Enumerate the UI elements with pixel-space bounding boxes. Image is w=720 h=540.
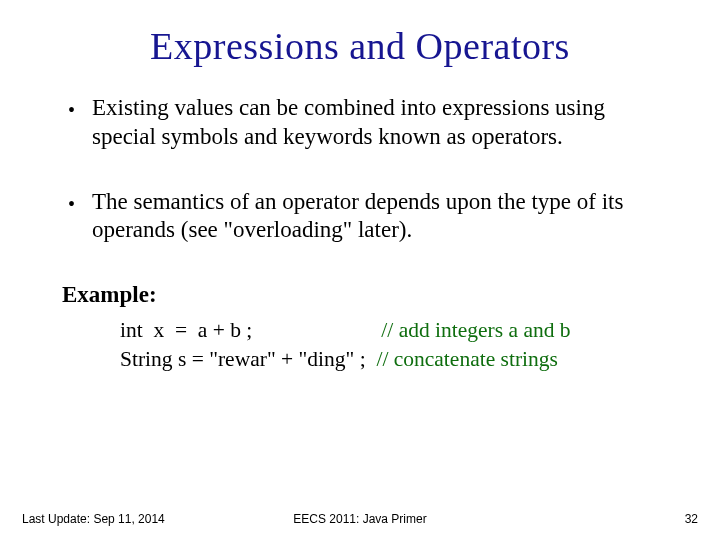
- bullet-text: The semantics of an operator depends upo…: [92, 188, 658, 246]
- code-line: int x = a + b ; // add integers a and b: [120, 316, 658, 345]
- code-line: String s = "rewar" + "ding" ; // concate…: [120, 345, 658, 374]
- footer-course: EECS 2011: Java Primer: [0, 512, 720, 526]
- bullet-dot-icon: [62, 94, 92, 152]
- bullet-item: Existing values can be combined into exp…: [62, 94, 658, 152]
- code-text: int x = a + b ;: [120, 318, 381, 342]
- bullet-text: Existing values can be combined into exp…: [92, 94, 658, 152]
- code-comment: // concatenate strings: [376, 347, 558, 371]
- bullet-item: The semantics of an operator depends upo…: [62, 188, 658, 246]
- example-block: int x = a + b ; // add integers a and b …: [62, 316, 658, 374]
- footer-page-number: 32: [685, 512, 698, 526]
- example-label: Example:: [62, 281, 658, 310]
- code-comment: // add integers a and b: [381, 318, 570, 342]
- slide-title: Expressions and Operators: [0, 0, 720, 68]
- bullet-dot-icon: [62, 188, 92, 246]
- slide-body: Existing values can be combined into exp…: [0, 68, 720, 374]
- code-text: String s = "rewar" + "ding" ;: [120, 347, 376, 371]
